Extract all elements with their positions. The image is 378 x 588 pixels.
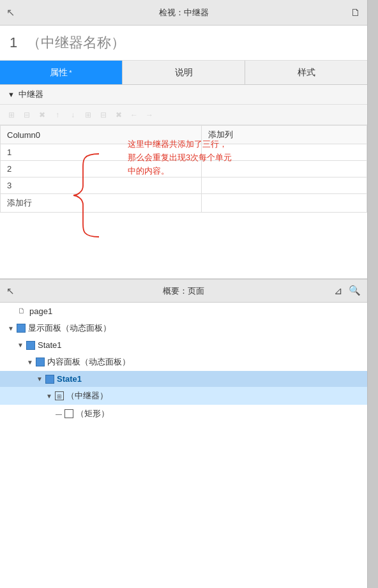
tree-area: 🗋 page1 ▼ 显示面板（动态面板） ▼ State1 ▼ 内容面板（动态面… [0, 303, 367, 588]
tab-style-label: 样式 [298, 67, 315, 79]
tree-item-state1b[interactable]: ▼ State1 [0, 371, 367, 387]
toolbar-left-btn[interactable]: ← [128, 109, 140, 121]
tree-item-page1[interactable]: 🗋 page1 [0, 303, 367, 319]
right-scrollbar[interactable] [367, 0, 378, 588]
tree-label-state1a: State1 [38, 340, 62, 350]
bottom-header: ↖ 概要：页面 ⊿ 🔍 [0, 278, 367, 303]
tree-item-panel1[interactable]: ▼ 显示面板（动态面板） [0, 319, 367, 337]
toolbar-list2-btn[interactable]: ⊟ [97, 109, 110, 121]
bottom-back-icon[interactable]: ↖ [6, 285, 15, 297]
tree-item-inner-panel[interactable]: ▼ 内容面板（动态面板） [0, 353, 367, 371]
tree-arrow-page1 [6, 306, 15, 315]
tree-label-repeater: （中继器） [66, 390, 108, 402]
toolbar-right-btn[interactable]: → [143, 109, 156, 121]
tabs-row: 属性 * 说明 样式 [0, 61, 367, 85]
rect-icon [64, 409, 73, 418]
state1b-icon [45, 375, 54, 384]
table-row[interactable]: 3 [1, 177, 367, 194]
copy-icon[interactable]: 🗋 [351, 7, 361, 19]
toolbar-delete-btn[interactable]: ✖ [36, 109, 49, 121]
tab-description[interactable]: 说明 [123, 61, 245, 84]
section-label: 中继器 [19, 89, 43, 100]
page-title-text: （中继器名称） [27, 33, 125, 52]
bottom-header-title: 概要：页面 [163, 285, 204, 297]
row-3: 3 [1, 177, 202, 194]
inner-panel-icon [36, 358, 45, 366]
section-header: ▼ 中继器 [0, 85, 367, 105]
toolbar-delete2-btn[interactable]: ✖ [112, 109, 125, 121]
tree-arrow-rect: — [54, 409, 63, 418]
top-header: ↖ 检视：中继器 🗋 [0, 0, 367, 26]
tree-item-rect[interactable]: — （矩形） [0, 405, 367, 423]
back-icon[interactable]: ↖ [6, 6, 15, 19]
annotation-content: 这里中继器共添加了三行，那么会重复出现3次每个单元中的内容。 [128, 139, 232, 176]
add-row-label[interactable]: 添加行 [1, 194, 202, 213]
tab-properties-asterisk: * [69, 69, 72, 77]
tab-properties-label: 属性 [50, 67, 68, 79]
state1a-icon [26, 341, 35, 350]
bottom-icons-group: ⊿ 🔍 [334, 285, 361, 297]
tree-arrow-state1a: ▼ [16, 341, 25, 350]
repeater-icon: ⊞ [55, 391, 64, 400]
header-title: 检视：中继器 [159, 7, 209, 19]
panel1-icon [17, 324, 26, 333]
tab-description-label: 说明 [175, 67, 193, 79]
tree-arrow-state1b: ▼ [35, 375, 44, 384]
toolbar-down-btn[interactable]: ↓ [66, 109, 79, 121]
toolbar: ⊞ ⊟ ✖ ↑ ↓ ⊞ ⊟ ✖ ← → [0, 105, 367, 125]
tree-label-state1b: State1 [57, 374, 82, 384]
search-icon[interactable]: 🔍 [349, 285, 361, 297]
tree-label-inner-panel: 内容面板（动态面板） [47, 356, 130, 368]
tab-style[interactable]: 样式 [245, 61, 367, 84]
page-icon: 🗋 [17, 306, 27, 316]
toolbar-grid-btn[interactable]: ⊞ [5, 109, 18, 121]
tree-label-page1: page1 [29, 306, 52, 316]
tree-arrow-repeater: ▼ [45, 391, 54, 400]
tree-item-state1a[interactable]: ▼ State1 [0, 337, 367, 353]
toolbar-grid2-btn[interactable]: ⊞ [82, 109, 94, 121]
page-title-row: 1 （中继器名称） [0, 26, 367, 61]
add-row[interactable]: 添加行 [1, 194, 367, 213]
tree-arrow-panel1: ▼ [6, 324, 15, 333]
filter-icon[interactable]: ⊿ [334, 285, 342, 297]
table-annotation-area: Column0 添加列 1 2 3 添加行 [0, 125, 367, 278]
toolbar-up-btn[interactable]: ↑ [51, 109, 64, 121]
tree-label-panel1: 显示面板（动态面板） [28, 322, 111, 334]
page-number: 1 [10, 34, 17, 51]
tree-item-repeater[interactable]: ▼ ⊞ （中继器） [0, 387, 367, 405]
tree-label-rect: （矩形） [76, 408, 109, 419]
toolbar-list-btn[interactable]: ⊟ [20, 109, 33, 121]
tree-arrow-inner-panel: ▼ [26, 358, 34, 366]
chevron-icon[interactable]: ▼ [8, 91, 15, 98]
annotation-text: 这里中继器共添加了三行，那么会重复出现3次每个单元中的内容。 [128, 138, 348, 177]
tab-properties[interactable]: 属性 * [0, 61, 123, 84]
